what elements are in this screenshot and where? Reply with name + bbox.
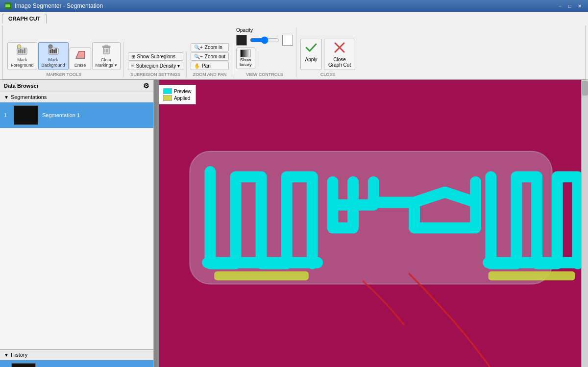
svg-rect-11 — [51, 49, 53, 53]
sidebar-title: Data Browser — [4, 83, 39, 89]
clear-markings-button[interactable]: ClearMarkings ▾ — [92, 42, 121, 70]
clear-markings-label: ClearMarkings ▾ — [96, 57, 117, 68]
show-binary-label: Showbinary — [240, 57, 252, 67]
show-binary-preview — [240, 49, 251, 57]
opacity-heading: Opacity — [236, 27, 253, 33]
legend-applied: Applied — [163, 95, 192, 101]
show-subregions-button[interactable]: ⊞ Show Subregions — [128, 52, 183, 61]
svg-rect-10 — [49, 49, 51, 53]
clear-markings-icon — [101, 44, 112, 56]
title-text: Image Segmenter - Segmentation — [15, 2, 103, 9]
subregion-buttons: ⊞ Show Subregions ≡ Subregion Density ▾ — [128, 52, 183, 70]
segmentations-arrow: ▼ — [4, 95, 9, 100]
toolbar-content: MarkForeground MarkBackground — [2, 25, 586, 79]
title-bar-left: Image Segmenter - Segmentation — [4, 2, 103, 10]
apply-button[interactable]: Apply — [300, 39, 322, 70]
subregion-group: ⊞ Show Subregions ≡ Subregion Density ▾ … — [125, 52, 187, 77]
svg-rect-5 — [20, 49, 22, 53]
segmentation-item-1[interactable]: 1 Segmentation 1 — [0, 102, 153, 128]
close-graph-cut-label: CloseGraph Cut — [328, 57, 351, 68]
close-graph-cut-button[interactable]: CloseGraph Cut — [324, 39, 355, 70]
svg-rect-30 — [489, 271, 575, 281]
opacity-preview-light — [282, 35, 293, 46]
close-graph-cut-icon — [333, 41, 346, 57]
legend-preview: Preview — [163, 88, 192, 94]
zoom-pan-label: ZOOM AND PAN — [193, 72, 226, 77]
vertical-scrollbar[interactable] — [581, 80, 588, 367]
maximize-button[interactable]: □ — [565, 1, 574, 10]
svg-point-9 — [49, 45, 52, 49]
main-layout: Data Browser ⚙ ▼ Segmentations 1 Segment… — [0, 80, 588, 367]
zoom-pan-group: 🔍+ Zoom in 🔍− Zoom out ✋ Pan ZOOM AND PA… — [188, 43, 232, 77]
subregion-density-button[interactable]: ≡ Subregion Density ▾ — [128, 62, 183, 70]
zoom-out-button[interactable]: 🔍− Zoom out — [191, 52, 229, 61]
minimize-button[interactable]: − — [556, 1, 564, 10]
sidebar-settings-icon[interactable]: ⚙ — [143, 82, 149, 90]
zoom-buttons: 🔍+ Zoom in 🔍− Zoom out ✋ Pan — [191, 43, 229, 70]
scrollbar-thumb[interactable] — [582, 81, 588, 96]
history-item-thumbnail-1 — [11, 363, 36, 367]
svg-rect-29 — [214, 271, 309, 281]
svg-rect-12 — [53, 49, 55, 53]
legend-preview-color — [163, 88, 172, 94]
subregion-density-label: Subregion Density ▾ — [136, 63, 180, 69]
app-icon — [4, 2, 12, 10]
history-arrow: ▼ — [4, 352, 9, 358]
segmentations-list: 1 Segmentation 1 — [0, 102, 153, 349]
history-section-header[interactable]: ▼ History — [0, 350, 153, 360]
segmentations-label: Segmentations — [11, 94, 47, 100]
svg-marker-14 — [76, 51, 85, 58]
svg-rect-13 — [55, 49, 57, 53]
legend-preview-label: Preview — [174, 89, 192, 94]
legend-applied-label: Applied — [174, 96, 190, 101]
zoom-out-icon: 🔍− — [194, 54, 203, 59]
svg-rect-7 — [24, 49, 25, 53]
erase-button[interactable]: Erase — [70, 48, 91, 70]
pan-icon: ✋ — [194, 63, 200, 69]
toolbar-tabs: GRAPH CUT — [2, 14, 586, 24]
subregion-density-icon: ≡ — [131, 63, 134, 69]
seg-item-thumbnail-1 — [14, 105, 38, 125]
segmentation-image — [154, 80, 588, 367]
marker-tools-group: MarkForeground MarkBackground — [4, 42, 124, 77]
pan-label: Pan — [202, 63, 211, 69]
mark-background-button[interactable]: MarkBackground — [38, 42, 69, 70]
zoom-out-label: Zoom out — [205, 54, 225, 59]
seg-item-name-1: Segmentation 1 — [42, 112, 80, 118]
history-label: History — [11, 352, 27, 358]
svg-point-3 — [17, 45, 21, 49]
legend-applied-color — [163, 95, 172, 101]
pan-button[interactable]: ✋ Pan — [191, 62, 229, 70]
zoom-in-button[interactable]: 🔍+ Zoom in — [191, 43, 229, 51]
history-section: ▼ History 1 Load image — [0, 349, 153, 367]
apply-label: Apply — [305, 57, 318, 62]
svg-rect-6 — [22, 49, 24, 53]
svg-rect-4 — [18, 49, 20, 53]
close-label: CLOSE — [320, 72, 336, 77]
sidebar: Data Browser ⚙ ▼ Segmentations 1 Segment… — [0, 80, 154, 367]
show-subregions-icon: ⊞ — [131, 54, 135, 59]
zoom-in-label: Zoom in — [205, 45, 222, 50]
segmentations-section-header[interactable]: ▼ Segmentations — [0, 92, 153, 102]
view-controls-label: VIEW CONTROLS — [246, 72, 283, 77]
tab-graph-cut[interactable]: GRAPH CUT — [2, 14, 47, 24]
canvas-area[interactable]: Preview Applied — [154, 80, 588, 367]
show-binary-button[interactable]: Showbinary — [236, 48, 255, 69]
subregion-label: SUBREGION SETTINGS — [131, 72, 181, 77]
mark-foreground-button[interactable]: MarkForeground — [7, 42, 37, 70]
close-button[interactable]: ✕ — [575, 1, 584, 10]
mark-background-label: MarkBackground — [42, 57, 65, 68]
view-controls-group: Opacity Showbinary VIEW CONTROLS — [233, 27, 296, 77]
opacity-slider[interactable] — [250, 36, 279, 44]
mark-foreground-icon — [17, 44, 27, 56]
erase-label: Erase — [74, 63, 86, 68]
zoom-in-icon: 🔍+ — [194, 45, 203, 50]
history-item-1[interactable]: 1 Load image — [0, 360, 153, 367]
toolbar: GRAPH CUT MarkForegr — [0, 12, 588, 80]
seg-item-num-1: 1 — [4, 112, 10, 118]
title-bar-controls: − □ ✕ — [556, 1, 584, 10]
title-bar: Image Segmenter - Segmentation − □ ✕ — [0, 0, 588, 12]
marker-tools-label: MARKER TOOLS — [47, 72, 81, 77]
erase-icon — [75, 49, 86, 62]
sidebar-header: Data Browser ⚙ — [0, 80, 153, 92]
